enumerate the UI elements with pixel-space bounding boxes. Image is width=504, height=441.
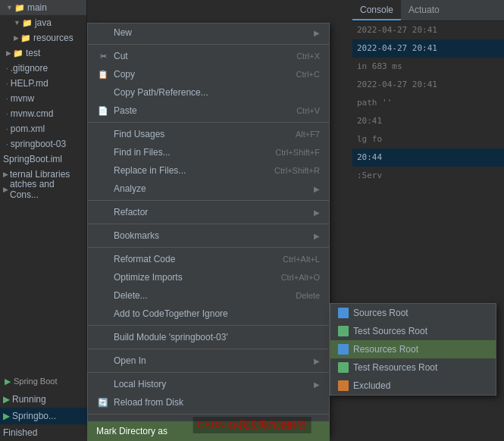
tree-item-pomxml[interactable]: · pom.xml (0, 121, 86, 136)
tree-label: main (27, 2, 47, 13)
file-icon: · (6, 95, 8, 103)
tree-label: pom.xml (11, 124, 45, 134)
run-label: Springbo... (12, 411, 56, 421)
tree-item-test[interactable]: ▶ 📁 test (0, 45, 86, 61)
console-log-8: :Serv (352, 167, 504, 185)
submenu-label: Test Sources Root (353, 326, 427, 336)
tree-item-resources[interactable]: ▶ 📁 resources (0, 30, 86, 45)
submenu-arrow: ▶ (314, 208, 320, 217)
menu-item-replace-in-files[interactable]: Replace in Files... Ctrl+Shift+R (88, 161, 329, 180)
test-resources-color (338, 362, 349, 373)
run-item-springbo[interactable]: ▶ Springbo... (0, 408, 87, 424)
file-icon: · (6, 80, 8, 88)
folder-icon: 📁 (13, 48, 23, 58)
tree-item-main[interactable]: ▼ 📁 main (0, 0, 86, 15)
menu-item-reload-disk[interactable]: 🔄 Reload from Disk (88, 393, 329, 411)
submenu-sources-root[interactable]: Sources Root (330, 304, 496, 322)
menu-item-analyze[interactable]: Analyze ▶ (88, 180, 329, 198)
folder-icon: 📁 (20, 33, 31, 43)
tree-label: HELP.md (11, 78, 49, 89)
menu-item-add-codetogether[interactable]: Add to CodeTogether Ignore (88, 305, 329, 323)
tree-item-gitignore[interactable]: · .gitignore (0, 61, 86, 76)
submenu-arrow: ▶ (314, 29, 320, 37)
menu-item-new[interactable]: New ▶ (88, 23, 329, 42)
tree-item-springbootiml[interactable]: SpringBoot.iml (0, 152, 86, 167)
spring-boot-panel-header: ▶ Spring Boot (0, 371, 87, 391)
file-icon: · (6, 110, 8, 118)
menu-item-find-usages[interactable]: Find Usages Alt+F7 (88, 125, 329, 143)
menu-item-refactor[interactable]: Refactor ▶ (88, 203, 329, 221)
menu-item-build-module[interactable]: Build Module 'springboot-03' (88, 328, 329, 346)
folder-icon: 📁 (22, 18, 33, 28)
menu-label: Find in Files... (114, 147, 260, 158)
submenu-arrow: ▶ (314, 357, 320, 365)
menu-shortcut: Ctrl+C (296, 70, 320, 79)
menu-label: Add to CodeTogether Ignore (114, 308, 320, 319)
expand-arrow: ▼ (6, 4, 13, 11)
menu-separator (88, 224, 329, 224)
console-log-2: in 683 ms (352, 58, 504, 76)
tab-actuator[interactable]: Actuato (401, 0, 447, 20)
menu-label: Refactor (114, 207, 314, 217)
menu-separator (88, 325, 329, 326)
menu-item-paste[interactable]: 📄 Paste Ctrl+V (88, 102, 329, 120)
menu-label: Reload from Disk (114, 397, 320, 408)
tree-item-mvnwcmd[interactable]: · mvnw.cmd (0, 106, 86, 121)
submenu-label: Excluded (353, 380, 390, 391)
submenu-test-resources-root[interactable]: Test Resources Root (330, 358, 496, 377)
menu-shortcut: Ctrl+V (296, 106, 320, 115)
file-icon: · (6, 125, 8, 133)
run-label: Running (12, 394, 46, 405)
run-item-finished[interactable]: Finished (0, 424, 87, 441)
mark-directory-label: Mark Directory as (96, 426, 167, 436)
tree-label: mvnw (11, 93, 34, 104)
menu-label: Reformat Code (114, 254, 268, 264)
sources-root-color (338, 308, 349, 318)
menu-item-open-in[interactable]: Open In ▶ (88, 352, 329, 370)
submenu-test-sources-root[interactable]: Test Sources Root (330, 322, 496, 340)
tree-item-mvnw[interactable]: · mvnw (0, 91, 86, 106)
tab-console[interactable]: Console (352, 0, 401, 20)
tree-item-helpmd[interactable]: · HELP.md (0, 76, 86, 91)
menu-item-reformat[interactable]: Reformat Code Ctrl+Alt+L (88, 250, 329, 268)
menu-separator (88, 414, 329, 414)
menu-label: Cut (114, 51, 281, 61)
menu-item-bookmarks[interactable]: Bookmarks ▶ (88, 227, 329, 245)
file-icon: · (6, 64, 8, 73)
menu-label: Bookmarks (114, 230, 314, 241)
console-log-0: 2022-04-27 20:41 (352, 21, 504, 39)
menu-label: Paste (114, 105, 281, 116)
cut-icon: ✂ (97, 52, 109, 61)
tree-label: atches and Cons... (10, 179, 83, 200)
console-tabs: Console Actuato (352, 0, 504, 21)
menu-item-cut[interactable]: ✂ Cut Ctrl+X (88, 47, 329, 65)
console-log-4: path '' (352, 94, 504, 112)
menu-label: Copy (114, 69, 281, 80)
tree-item-catches[interactable]: ▶ atches and Cons... (0, 182, 86, 197)
menu-shortcut: Ctrl+X (296, 52, 320, 61)
menu-label: Build Module 'springboot-03' (114, 332, 320, 342)
menu-item-optimize-imports[interactable]: Optimize Imports Ctrl+Alt+O (88, 268, 329, 286)
submenu-resources-root[interactable]: Resources Root (330, 340, 496, 358)
tree-label: test (26, 48, 40, 58)
menu-item-local-history[interactable]: Local History ▶ (88, 375, 329, 393)
menu-separator (88, 200, 329, 201)
expand-arrow: ▶ (6, 49, 11, 57)
menu-item-delete[interactable]: Delete... Delete (88, 286, 329, 305)
tree-label: .gitignore (11, 63, 48, 74)
watermark: CSDN @我没得办法解答 (193, 417, 311, 433)
menu-shortcut: Ctrl+Alt+L (283, 255, 320, 264)
panel-title: Spring Boot (14, 377, 57, 386)
submenu-excluded[interactable]: Excluded (330, 377, 496, 395)
tree-item-java[interactable]: ▼ 📁 java (0, 15, 86, 30)
tree-label: ternal Libraries (10, 169, 70, 180)
run-item-running[interactable]: ▶ Running (0, 391, 87, 408)
menu-label: Optimize Imports (114, 272, 266, 283)
submenu-arrow: ▶ (314, 232, 320, 240)
menu-item-copy-path[interactable]: Copy Path/Reference... (88, 83, 329, 102)
menu-label: Copy Path/Reference... (114, 87, 320, 98)
menu-item-copy[interactable]: 📋 Copy Ctrl+C (88, 65, 329, 83)
menu-item-find-in-files[interactable]: Find in Files... Ctrl+Shift+F (88, 143, 329, 161)
tree-item-springboot03[interactable]: · springboot-03 (0, 136, 86, 152)
reload-icon: 🔄 (97, 398, 109, 408)
